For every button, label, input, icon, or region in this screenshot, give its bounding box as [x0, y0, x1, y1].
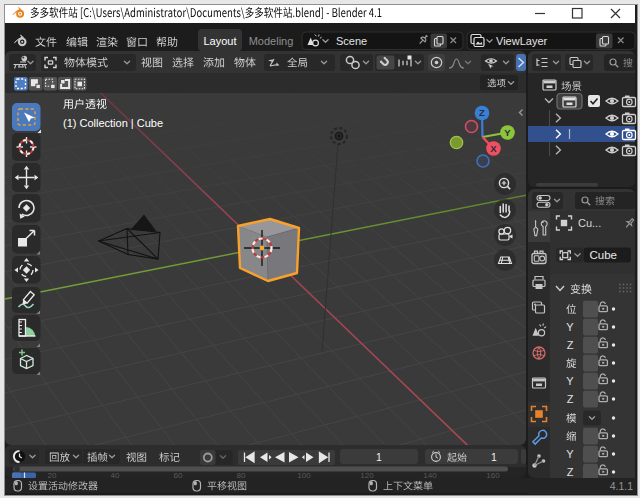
svg-text:1: 1 [491, 451, 497, 463]
svg-text:Y: Y [566, 448, 574, 460]
svg-text:60: 60 [174, 471, 183, 480]
svg-text:100: 100 [297, 471, 311, 480]
svg-text:(1) Collection | Cube: (1) Collection | Cube [63, 117, 163, 129]
svg-text:Z: Z [479, 107, 485, 118]
svg-text:Cube: Cube [590, 249, 618, 261]
svg-text:Scene: Scene [336, 35, 367, 47]
svg-text:Y: Y [566, 375, 574, 387]
svg-text:4.1.1: 4.1.1 [610, 480, 634, 492]
svg-text:20: 20 [48, 471, 57, 480]
svg-text:1: 1 [376, 451, 382, 463]
svg-text:Y: Y [504, 127, 511, 138]
svg-text:40: 40 [111, 471, 120, 480]
svg-text:120: 120 [360, 471, 374, 480]
svg-text:ViewLayer: ViewLayer [496, 35, 547, 47]
svg-text:Z: Z [567, 393, 574, 405]
svg-text:Modeling: Modeling [249, 35, 294, 47]
svg-text:Y: Y [566, 321, 574, 333]
svg-text:Z: Z [567, 466, 574, 478]
svg-text:X: X [490, 143, 497, 154]
svg-text:Z: Z [567, 339, 574, 351]
svg-text:80: 80 [237, 471, 246, 480]
svg-text:160: 160 [486, 471, 500, 480]
svg-text:140: 140 [423, 471, 437, 480]
svg-text:Cu...: Cu... [578, 217, 601, 229]
svg-text:Layout: Layout [203, 35, 236, 47]
